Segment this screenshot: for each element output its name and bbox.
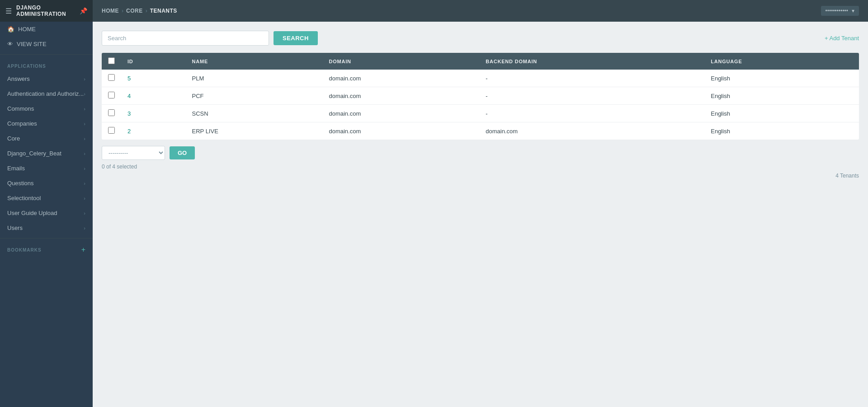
sidebar-item-commons[interactable]: Commons › xyxy=(0,101,93,116)
search-row: SEARCH + Add Tenant xyxy=(102,31,859,46)
row-id: 2 xyxy=(121,122,186,140)
table-row: 5 PLM domain.com - English xyxy=(102,70,859,87)
row-checkbox-cell xyxy=(102,122,121,140)
sidebar-item-viewsite[interactable]: 👁 VIEW SITE xyxy=(0,37,93,51)
table-row: 4 PCF domain.com - English xyxy=(102,87,859,105)
breadcrumb: HOME › CORE › TENANTS xyxy=(102,8,177,14)
username-text: •••••••••••• xyxy=(826,8,848,14)
row-domain: domain.com xyxy=(322,105,479,122)
userguide-chevron: › xyxy=(84,211,85,216)
sidebar-item-core[interactable]: Core › xyxy=(0,131,93,146)
selection-info: 0 of 4 selected xyxy=(102,164,859,170)
col-language: LANGUAGE xyxy=(704,53,859,70)
row-id-link-3[interactable]: 2 xyxy=(127,128,131,135)
row-checkbox-0[interactable] xyxy=(108,74,115,81)
breadcrumb-home[interactable]: HOME xyxy=(102,8,119,14)
sidebar-header: ☰ DJANGO ADMINISTRATION 📌 xyxy=(0,0,93,22)
emails-chevron: › xyxy=(84,166,85,171)
hamburger-icon[interactable]: ☰ xyxy=(5,7,12,15)
sidebar-item-userguide[interactable]: User Guide Upload › xyxy=(0,206,93,220)
sidebar-item-home[interactable]: 🏠 HOME xyxy=(0,22,93,37)
table-row: 3 SCSN domain.com - English xyxy=(102,105,859,122)
row-language: English xyxy=(704,122,859,140)
sidebar-item-emails[interactable]: Emails › xyxy=(0,161,93,176)
tenants-count: 4 Tenants xyxy=(102,173,859,179)
sidebar-item-questions[interactable]: Questions › xyxy=(0,176,93,191)
col-id: ID xyxy=(121,53,186,70)
col-domain: DOMAIN xyxy=(322,53,479,70)
celery-label: Django_Celery_Beat xyxy=(7,150,61,157)
sidebar: ☰ DJANGO ADMINISTRATION 📌 🏠 HOME 👁 VIEW … xyxy=(0,0,93,407)
row-language: English xyxy=(704,105,859,122)
applications-label: APPLICATIONS xyxy=(0,57,93,71)
row-id: 5 xyxy=(121,70,186,87)
row-checkbox-cell xyxy=(102,70,121,87)
sidebar-item-selectiontool[interactable]: Selectiontool › xyxy=(0,191,93,206)
row-backend-domain: - xyxy=(479,105,704,122)
table-body: 5 PLM domain.com - English 4 PCF domain.… xyxy=(102,70,859,140)
select-all-checkbox[interactable] xyxy=(108,57,115,64)
bookmarks-section: BOOKMARKS + xyxy=(0,241,93,258)
auth-label: Authentication and Authoriz... xyxy=(7,90,84,97)
action-select[interactable]: ---------- xyxy=(102,146,165,160)
go-button[interactable]: GO xyxy=(170,146,195,159)
row-language: English xyxy=(704,87,859,105)
add-tenant-button[interactable]: + Add Tenant xyxy=(825,35,859,42)
selectiontool-chevron: › xyxy=(84,196,85,201)
questions-chevron: › xyxy=(84,181,85,186)
topbar: HOME › CORE › TENANTS •••••••••••• ▾ xyxy=(93,0,868,22)
answers-chevron: › xyxy=(84,76,85,82)
bookmarks-label: BOOKMARKS xyxy=(7,248,42,253)
row-backend-domain: - xyxy=(479,70,704,87)
row-name: PCF xyxy=(186,87,323,105)
row-name: ERP LIVE xyxy=(186,122,323,140)
row-checkbox-1[interactable] xyxy=(108,92,115,98)
sidebar-item-users[interactable]: Users › xyxy=(0,220,93,235)
col-name: NAME xyxy=(186,53,323,70)
auth-chevron: › xyxy=(84,91,85,97)
breadcrumb-sep-1: › xyxy=(122,8,123,14)
row-checkbox-cell xyxy=(102,105,121,122)
row-id-link-1[interactable]: 4 xyxy=(127,93,131,99)
row-checkbox-2[interactable] xyxy=(108,109,115,116)
search-button[interactable]: SEARCH xyxy=(274,31,318,45)
row-checkbox-cell xyxy=(102,87,121,105)
main-content: HOME › CORE › TENANTS •••••••••••• ▾ SEA… xyxy=(93,0,868,407)
row-name: PLM xyxy=(186,70,323,87)
sidebar-item-celery[interactable]: Django_Celery_Beat › xyxy=(0,146,93,161)
sidebar-divider-2 xyxy=(0,238,93,239)
row-language: English xyxy=(704,70,859,87)
row-id-link-0[interactable]: 5 xyxy=(127,75,131,82)
emails-label: Emails xyxy=(7,165,25,172)
row-domain: domain.com xyxy=(322,87,479,105)
sidebar-divider xyxy=(0,54,93,55)
table-row: 2 ERP LIVE domain.com domain.com English xyxy=(102,122,859,140)
dropdown-chevron-icon: ▾ xyxy=(852,8,854,14)
bookmarks-add-icon[interactable]: + xyxy=(81,246,85,254)
row-checkbox-3[interactable] xyxy=(108,127,115,134)
sidebar-item-auth[interactable]: Authentication and Authoriz... › xyxy=(0,86,93,101)
users-chevron: › xyxy=(84,225,85,231)
sidebar-item-companies[interactable]: Companies › xyxy=(0,116,93,131)
pin-icon[interactable]: 📌 xyxy=(80,7,87,14)
breadcrumb-core[interactable]: CORE xyxy=(126,8,143,14)
home-icon: 🏠 xyxy=(7,26,14,33)
row-id-link-2[interactable]: 3 xyxy=(127,110,131,117)
user-dropdown[interactable]: •••••••••••• ▾ xyxy=(821,6,859,16)
table-header-row: ID NAME DOMAIN BACKEND DOMAIN LANGUAGE xyxy=(102,53,859,70)
row-domain: domain.com xyxy=(322,122,479,140)
answers-label: Answers xyxy=(7,75,30,82)
sidebar-viewsite-label: VIEW SITE xyxy=(17,41,47,47)
companies-chevron: › xyxy=(84,121,85,126)
row-name: SCSN xyxy=(186,105,323,122)
breadcrumb-sep-2: › xyxy=(146,8,147,14)
row-backend-domain: domain.com xyxy=(479,122,704,140)
core-label: Core xyxy=(7,135,20,142)
search-input[interactable] xyxy=(102,31,269,46)
bottom-action-row: ---------- GO xyxy=(102,146,859,160)
companies-label: Companies xyxy=(7,120,37,127)
commons-label: Commons xyxy=(7,105,34,112)
userguide-label: User Guide Upload xyxy=(7,210,57,216)
row-domain: domain.com xyxy=(322,70,479,87)
sidebar-item-answers[interactable]: Answers › xyxy=(0,71,93,86)
